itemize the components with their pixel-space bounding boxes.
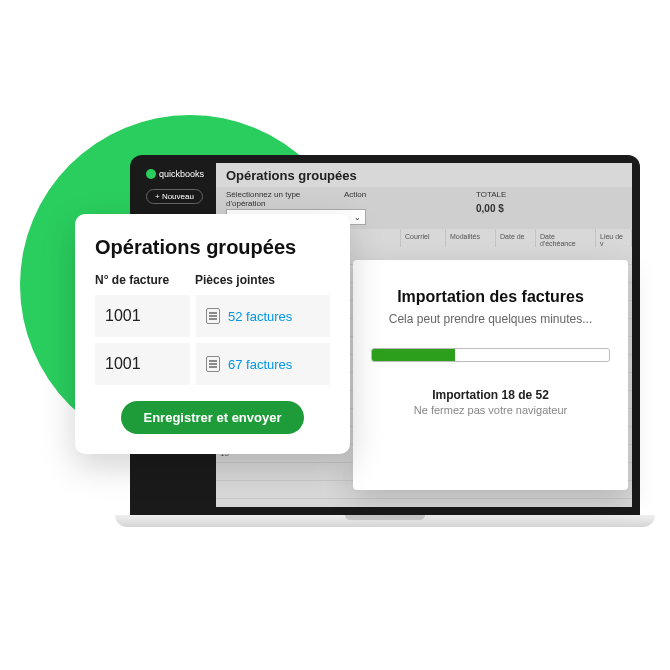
col-echeance: Date d'échéance [536, 229, 596, 247]
attachment-link[interactable]: 67 factures [228, 357, 292, 372]
band-type-label: Sélectionnez un type d'opération [226, 191, 306, 209]
progress-bar [371, 348, 610, 362]
band-action-label: Action [344, 190, 366, 199]
document-icon [206, 308, 220, 324]
laptop-base [115, 515, 655, 527]
import-subtitle: Cela peut prendre quelques minutes... [371, 312, 610, 326]
import-title: Importation des factures [371, 288, 610, 306]
import-note: Ne fermez pas votre navigateur [371, 404, 610, 416]
col-lieu: Lieu de v [596, 229, 632, 247]
qb-logo-text: quickbooks [159, 169, 204, 179]
grouped-row: 1001 52 factures [95, 295, 330, 337]
col-attachments: Pièces jointes [195, 273, 275, 287]
attachment-cell[interactable]: 67 factures [196, 343, 330, 385]
col-modalites: Modalités [446, 229, 496, 247]
invoice-number: 1001 [95, 343, 190, 385]
attachment-cell[interactable]: 52 factures [196, 295, 330, 337]
qb-logo-icon [146, 169, 156, 179]
chevron-down-icon: ⌄ [354, 213, 361, 222]
save-send-button[interactable]: Enregistrer et envoyer [121, 401, 303, 434]
grouped-title: Opérations groupées [95, 236, 330, 259]
total-label: TOTALE [476, 190, 506, 199]
col-courriel: Courriel [401, 229, 446, 247]
grouped-table-head: N° de facture Pièces jointes [95, 273, 330, 287]
grouped-operations-card: Opérations groupées N° de facture Pièces… [75, 214, 350, 454]
quickbooks-logo: quickbooks [146, 169, 204, 179]
import-count: Importation 18 de 52 [371, 388, 610, 402]
col-datede: Date de [496, 229, 536, 247]
page-title: Opérations groupées [226, 168, 357, 183]
col-invoice-no: N° de facture [95, 273, 195, 287]
progress-fill [372, 349, 455, 361]
import-progress-card: Importation des factures Cela peut prend… [353, 260, 628, 490]
attachment-link[interactable]: 52 factures [228, 309, 292, 324]
grouped-row: 1001 67 factures [95, 343, 330, 385]
total-value: 0,00 $ [476, 203, 504, 214]
invoice-number: 1001 [95, 295, 190, 337]
new-button[interactable]: + Nouveau [146, 189, 203, 204]
document-icon [206, 356, 220, 372]
